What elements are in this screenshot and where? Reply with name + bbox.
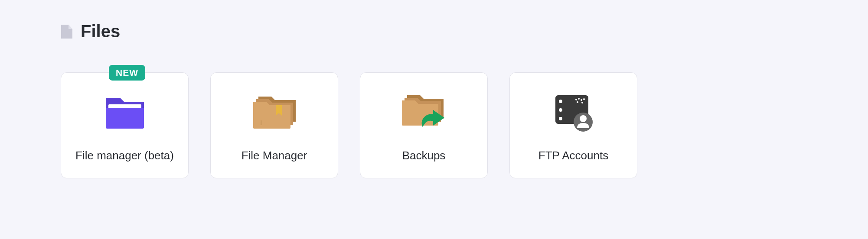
card-label: File Manager bbox=[241, 149, 307, 162]
card-ftp-accounts[interactable]: FTP Accounts bbox=[509, 72, 637, 178]
svg-point-9 bbox=[583, 98, 585, 100]
card-file-manager-beta[interactable]: NEW File manager (beta) bbox=[61, 72, 189, 178]
section-header: Files bbox=[61, 22, 807, 41]
section-title: Files bbox=[81, 22, 120, 41]
svg-point-5 bbox=[559, 117, 562, 120]
svg-point-3 bbox=[559, 100, 562, 103]
card-label: FTP Accounts bbox=[538, 149, 608, 162]
folder-brown-icon: 1 bbox=[251, 88, 298, 136]
card-label: File manager (beta) bbox=[75, 149, 174, 162]
folder-purple-icon bbox=[104, 88, 146, 136]
svg-point-6 bbox=[575, 99, 577, 100]
card-file-manager[interactable]: 1 File Manager bbox=[210, 72, 338, 178]
new-badge: NEW bbox=[109, 65, 145, 81]
svg-point-7 bbox=[578, 98, 580, 100]
svg-text:1: 1 bbox=[259, 119, 263, 126]
card-backups[interactable]: Backups bbox=[360, 72, 488, 178]
server-user-icon bbox=[552, 88, 595, 136]
svg-point-10 bbox=[577, 101, 578, 103]
folder-arrow-icon bbox=[400, 88, 448, 136]
svg-point-4 bbox=[559, 108, 562, 112]
svg-point-8 bbox=[581, 99, 582, 101]
svg-point-13 bbox=[580, 115, 587, 122]
file-icon bbox=[61, 24, 73, 39]
card-row: NEW File manager (beta) 1 File Manager bbox=[61, 72, 807, 178]
card-label: Backups bbox=[402, 149, 446, 162]
svg-point-11 bbox=[581, 102, 583, 103]
